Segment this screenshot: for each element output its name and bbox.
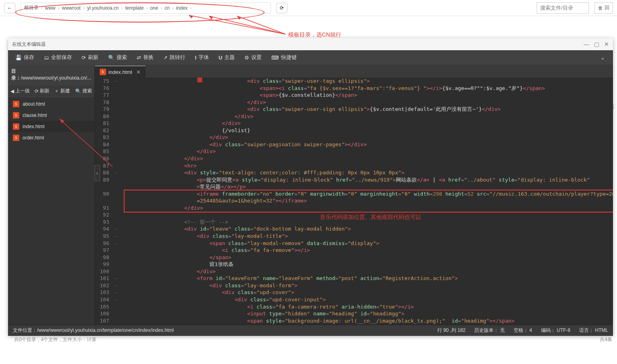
chevron-right-icon: › — [172, 5, 174, 11]
code-line[interactable]: 96- <span class="lay-modal-remove" data-… — [95, 240, 613, 247]
chevron-right-icon: › — [83, 5, 85, 11]
breadcrumb-segment[interactable]: yl.youhuixia.cn — [87, 5, 119, 11]
tab-close-icon[interactable]: ✕ — [136, 69, 141, 75]
code-line[interactable]: 97 <i class="fa fa-remove"></i> — [95, 247, 613, 254]
breadcrumb-segment[interactable]: one — [150, 5, 158, 11]
tab-index-html[interactable]: 5 index.html ✕ — [95, 65, 146, 78]
code-line[interactable]: 107 <span style="background-image: url(_… — [95, 317, 613, 325]
file-name: clause.html — [23, 112, 47, 118]
svg-line-4 — [237, 16, 285, 34]
file-manager-topbar: ← 根目录›www›wwwroot›yl.youhuixia.cn›templa… — [0, 0, 617, 16]
bottom-info: 共0个目录，4个文件，文件大小：计算 — [14, 336, 96, 343]
file-item[interactable]: 5order.html — [8, 132, 94, 143]
code-line[interactable]: 85 </div> — [95, 148, 613, 155]
svg-marker-1 — [209, 16, 213, 19]
sidebar-path: 目录：/www/wwwroot/yl.youhuixia.cn/... — [8, 65, 94, 85]
theme-label: 主题 — [224, 54, 235, 61]
code-editor[interactable]: 75- <div class="swiper-user-tags ellipsi… — [95, 78, 613, 325]
code-line[interactable]: 95- <div class="lay-modal-title"> — [95, 233, 613, 240]
code-line[interactable]: 108 </div> — [95, 324, 613, 325]
code-line[interactable]: 101- <form id="leaveForm" name="leaveFor… — [95, 275, 613, 282]
sidebar-new-button[interactable]: ＋ 新建 — [54, 88, 70, 94]
breadcrumb-segment[interactable]: index — [176, 5, 188, 11]
gutter-error-icon — [197, 78, 202, 82]
save-all-button[interactable]: 🗂 全部保存 — [39, 50, 77, 65]
refresh-button[interactable]: ⟳ 刷新 — [77, 50, 103, 65]
breadcrumb[interactable]: 根目录›www›wwwroot›yl.youhuixia.cn›template… — [20, 2, 271, 14]
close-icon[interactable]: ✕ — [604, 41, 609, 47]
expand-toolbar-icon[interactable]: ⌄ — [595, 50, 611, 65]
file-list: 5about.html5clause.html5index.html5order… — [8, 97, 94, 325]
status-lang[interactable]: 语言： HTML — [579, 327, 608, 334]
svg-line-0 — [209, 16, 285, 34]
code-line[interactable]: 87 <hr> — [95, 162, 613, 170]
code-line[interactable]: 80 </div> — [95, 113, 613, 120]
code-line[interactable]: 98 </span> — [95, 254, 613, 261]
html-file-icon: 5 — [13, 112, 19, 119]
code-line[interactable]: 104- <div class="upd-cover-input"> — [95, 296, 613, 303]
goto-button[interactable]: ↗ 跳转行 — [158, 50, 190, 65]
breadcrumb-segment[interactable]: www — [45, 5, 55, 11]
search-file-input[interactable] — [537, 2, 589, 14]
status-encoding[interactable]: 编码： UTF-8 — [541, 327, 570, 334]
file-name: order.html — [23, 135, 44, 141]
file-sidebar: 目录：/www/wwwroot/yl.youhuixia.cn/... ◀ 上一… — [8, 65, 95, 325]
code-line[interactable]: 99 留1张纸条 — [95, 261, 613, 268]
bottom-right-info: 共4条 — [600, 336, 612, 343]
shortcut-button[interactable]: ⌨ 快捷键 — [266, 50, 301, 65]
refresh-path-button[interactable]: ⟳ — [276, 3, 287, 13]
code-line[interactable]: 103- <div class="upd-cover"> — [95, 289, 613, 296]
code-line[interactable]: 84 <div class="swiper-pagination swiper-… — [95, 141, 613, 148]
save-button[interactable]: 💾 保存 — [10, 50, 39, 65]
settings-button[interactable]: ⚙ 设置 — [240, 50, 266, 65]
code-line[interactable]: 88- <div style="text-align: center;color… — [95, 169, 613, 176]
font-button[interactable]: I 字体 — [190, 50, 214, 65]
code-line[interactable]: 82 {/volist} — [95, 127, 613, 134]
code-line[interactable]: 86 </div> — [95, 155, 613, 162]
code-line[interactable]: 91 </div> — [95, 204, 613, 212]
code-line[interactable]: 102- <div class="lay-modal-form"> — [95, 282, 613, 289]
code-line[interactable]: 106 <input type="hidden" name="headimg" … — [95, 310, 613, 317]
code-line[interactable]: 100 </div> — [95, 268, 613, 275]
code-line[interactable]: 105 <i class="fa fa-camera-retro" aria-h… — [95, 303, 613, 311]
status-indent[interactable]: 空格： 4 — [514, 327, 532, 334]
save-label: 保存 — [24, 54, 34, 61]
code-line[interactable]: 83 </div> — [95, 134, 613, 141]
code-line[interactable]: 77 <span>{$v.constellation}</span> — [95, 92, 613, 99]
sb-search-label: 搜索 — [82, 88, 92, 94]
search-button[interactable]: 🔍 搜索 — [103, 50, 132, 65]
sidebar-search-button[interactable]: 🔍 搜索 — [75, 88, 92, 94]
chevron-right-icon: › — [146, 5, 148, 11]
code-area: 5 index.html ✕ ‹ 75- <div class="swiper-… — [95, 65, 613, 325]
theme-button[interactable]: U 主题 — [214, 50, 240, 65]
replace-button[interactable]: ⇄ 替换 — [132, 50, 158, 65]
breadcrumb-segment[interactable]: 根目录 — [24, 4, 39, 11]
code-line[interactable]: 89 <p>提交即同意<a style="display: inline-blo… — [95, 176, 613, 190]
file-item[interactable]: 5index.html — [8, 121, 94, 132]
editor-toolbar: 💾 保存 🗂 全部保存 ⟳ 刷新 🔍 搜索 ⇄ 替换 ↗ 跳转行 I 字体 U … — [8, 50, 613, 65]
status-history[interactable]: 历史版本： 无 — [474, 327, 504, 334]
sidebar-up-button[interactable]: ◀ 上一级 — [10, 88, 30, 94]
code-line[interactable]: 75- <div class="swiper-user-tags ellipsi… — [95, 78, 613, 85]
breadcrumb-segment[interactable]: wwwroot — [62, 5, 81, 11]
breadcrumb-segment[interactable]: cn — [164, 5, 170, 11]
back-button[interactable]: ← — [4, 3, 15, 13]
file-item[interactable]: 5about.html — [8, 98, 94, 110]
code-line[interactable]: 81 </div> — [95, 120, 613, 127]
trash-button[interactable]: 🗑 回 — [594, 2, 613, 14]
code-line[interactable]: 78 </div> — [95, 99, 613, 106]
minimize-icon[interactable]: — — [584, 41, 589, 47]
sidebar-refresh-button[interactable]: ⟳ 刷新 — [35, 88, 49, 94]
file-item[interactable]: 5clause.html — [8, 110, 94, 121]
svg-marker-5 — [237, 16, 241, 20]
code-line[interactable]: 76 <span><i class="fa {$v.sex==1?"fa-mar… — [95, 85, 613, 92]
maximize-icon[interactable]: ▢ — [594, 41, 599, 47]
code-line[interactable]: 90 <iframe frameborder="no" border="0" m… — [95, 190, 613, 204]
status-path: 文件位置：/www/wwwroot/yl.youhuixia.cn/templa… — [13, 327, 174, 334]
code-line[interactable]: 94- <div id="leave" class="dock-bottom l… — [95, 225, 613, 233]
sidebar-collapse-handle[interactable]: ‹ — [94, 165, 100, 181]
chevron-right-icon: › — [190, 5, 192, 11]
sb-new-label: 新建 — [60, 88, 70, 94]
breadcrumb-segment[interactable]: template — [125, 5, 143, 11]
code-line[interactable]: 79 <div class="swiper-user-sign ellipsis… — [95, 106, 613, 113]
